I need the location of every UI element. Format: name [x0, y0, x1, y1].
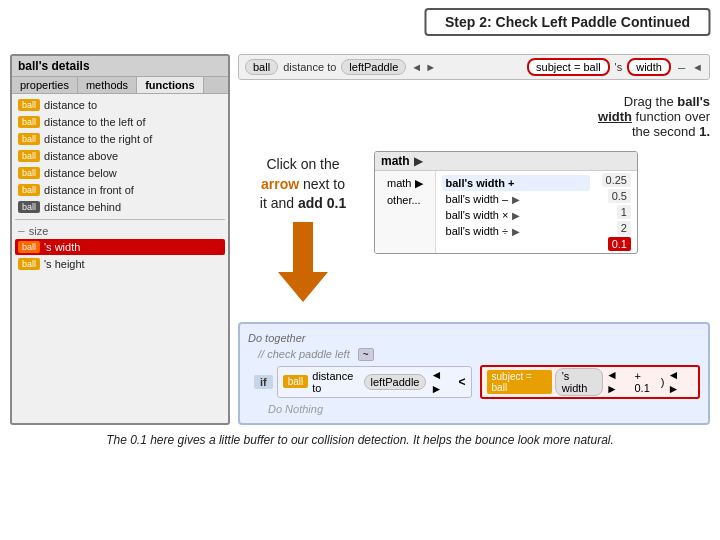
- math-value-025[interactable]: 0.25: [602, 173, 631, 187]
- add-word: add 0.1: [298, 195, 346, 211]
- math-right-col: ball's width + ball's width – ▶ ball's w…: [436, 171, 596, 253]
- ball-badge: ball: [18, 167, 40, 179]
- left-panel: ball's details properties methods functi…: [10, 54, 230, 425]
- width-highlight: width: [598, 109, 632, 124]
- comment-row: // check paddle left ~: [258, 346, 700, 363]
- click-text-line1: Click on the: [266, 156, 339, 172]
- arrow-pills[interactable]: ◄ ►: [430, 368, 454, 396]
- if-label: if: [254, 375, 273, 389]
- page-container: Step 2: Check Left Paddle Continued ball…: [0, 0, 720, 540]
- width-minus-label: ball's width –: [446, 193, 509, 205]
- arrow-icons-top[interactable]: ◄ ►: [411, 61, 436, 73]
- leftpaddle-pill-cond: leftPaddle: [364, 374, 427, 390]
- distance-to-text: distance to: [283, 61, 336, 73]
- arrow-right-icon3: ▶: [512, 226, 520, 237]
- list-item: ball distance in front of: [15, 182, 225, 198]
- math-popup-body: math ▶ other... ball's width + ball's wi…: [375, 171, 637, 253]
- subject-badge: subject = ball: [487, 370, 552, 394]
- arrow-word: arrow: [261, 176, 299, 192]
- math-value-1[interactable]: 1: [617, 205, 631, 219]
- list-item: ball distance to: [15, 97, 225, 113]
- size-section: – size ball 's width ball 's height: [15, 219, 225, 272]
- width-pill-top: width: [627, 58, 671, 76]
- close-paren: ): [661, 376, 665, 388]
- size-header: – size: [15, 223, 225, 239]
- width-times-label: ball's width ×: [446, 209, 509, 221]
- step-title: Step 2: Check Left Paddle Continued: [425, 8, 710, 36]
- math-left-item-math[interactable]: math ▶: [383, 175, 427, 192]
- item-label: distance above: [44, 150, 118, 162]
- width-plus-label: ball's width +: [446, 177, 515, 189]
- caption-text: The 0.1 here gives a little buffer to ou…: [106, 433, 614, 447]
- do-nothing-row: Do Nothing: [268, 401, 700, 417]
- list-item: ball distance to the left of: [15, 114, 225, 130]
- math-value-01[interactable]: 0.1: [608, 237, 631, 251]
- panel-title: ball's details: [12, 56, 228, 77]
- extra-arrow[interactable]: ◄: [692, 61, 703, 73]
- arrow-right-icon: ▶: [512, 194, 520, 205]
- list-item: ball distance below: [15, 165, 225, 181]
- subject-block: subject = ball 's width ◄ ► + 0.1 ) ◄ ►: [480, 365, 700, 399]
- ball-badge: ball: [18, 133, 40, 145]
- bottom-code-block: Do together // check paddle left ~ if ba…: [238, 322, 710, 425]
- math-left-item-other[interactable]: other...: [383, 192, 427, 208]
- condition-block: ball distance to leftPaddle ◄ ► <: [277, 366, 472, 398]
- tab-functions[interactable]: functions: [137, 77, 204, 93]
- math-popup: math ▶ math ▶ other...: [374, 151, 638, 254]
- do-together-row: Do together: [248, 330, 700, 346]
- right-area: ball distance to leftPaddle ◄ ► subject …: [238, 54, 710, 425]
- width-pill-cond: 's width: [555, 368, 603, 396]
- math-width-plus[interactable]: ball's width +: [442, 175, 590, 191]
- ball-pill-top: ball: [245, 59, 278, 75]
- ball-badge: ball: [18, 116, 40, 128]
- size-label: size: [29, 225, 49, 237]
- list-item: ball distance behind: [15, 199, 225, 215]
- panel-items-list: ball distance to ball distance to the le…: [12, 94, 228, 276]
- lt-sign: <: [459, 375, 466, 389]
- comment-icon: ~: [358, 348, 374, 361]
- top-bar: ball distance to leftPaddle ◄ ► subject …: [238, 54, 710, 80]
- math-width-times[interactable]: ball's width × ▶: [442, 207, 590, 223]
- ball-badge: ball: [18, 258, 40, 270]
- arrow-pills-cond[interactable]: ◄ ►: [606, 368, 632, 396]
- item-label: distance to the right of: [44, 133, 152, 145]
- item-label: distance behind: [44, 201, 121, 213]
- drag-text: Drag the ball's width function over the …: [598, 94, 710, 139]
- number-highlight: 1.: [699, 124, 710, 139]
- comment-text: // check paddle left: [258, 348, 350, 360]
- math-width-minus[interactable]: ball's width – ▶: [442, 191, 590, 207]
- math-arrow-right-icon: ▶: [415, 177, 423, 189]
- if-row: if ball distance to leftPaddle ◄ ► < sub…: [254, 363, 700, 401]
- math-left-col: math ▶ other...: [375, 171, 436, 253]
- click-text-line2b: next to: [303, 176, 345, 192]
- do-nothing-label: Do Nothing: [268, 403, 323, 415]
- ball-badge-cond: ball: [283, 375, 309, 388]
- tab-methods[interactable]: methods: [78, 77, 137, 93]
- math-width-divide[interactable]: ball's width ÷ ▶: [442, 223, 590, 239]
- down-arrow-container: [278, 222, 328, 302]
- panel-tabs: properties methods functions: [12, 77, 228, 94]
- math-popup-header: math ▶: [375, 152, 637, 171]
- math-values-col: 0.25 0.5 1 2 0.1: [596, 171, 637, 253]
- item-label: distance below: [44, 167, 117, 179]
- list-item-height: ball 's height: [15, 256, 225, 272]
- leftpaddle-pill: leftPaddle: [341, 59, 406, 75]
- ball-badge-dark: ball: [18, 201, 40, 213]
- tab-properties[interactable]: properties: [12, 77, 78, 93]
- math-value-2[interactable]: 2: [617, 221, 631, 235]
- bottom-caption: The 0.1 here gives a little buffer to ou…: [10, 433, 710, 447]
- math-label: math: [381, 154, 410, 168]
- ball-badge: ball: [18, 184, 40, 196]
- width-divide-label: ball's width ÷: [446, 225, 509, 237]
- ball-highlight: ball's: [677, 94, 710, 109]
- arrow-pills-cond2[interactable]: ◄ ►: [667, 368, 693, 396]
- apostrophe-text: 's: [615, 61, 623, 73]
- item-label: distance in front of: [44, 184, 134, 196]
- ball-badge: ball: [18, 99, 40, 111]
- click-instruction: Click on the arrow next to it and add 0.…: [256, 151, 350, 218]
- distance-to-cond: distance to: [312, 370, 359, 394]
- minus-button-top[interactable]: –: [678, 60, 685, 75]
- math-value-05[interactable]: 0.5: [608, 189, 631, 203]
- list-item: ball distance above: [15, 148, 225, 164]
- item-label: distance to the left of: [44, 116, 146, 128]
